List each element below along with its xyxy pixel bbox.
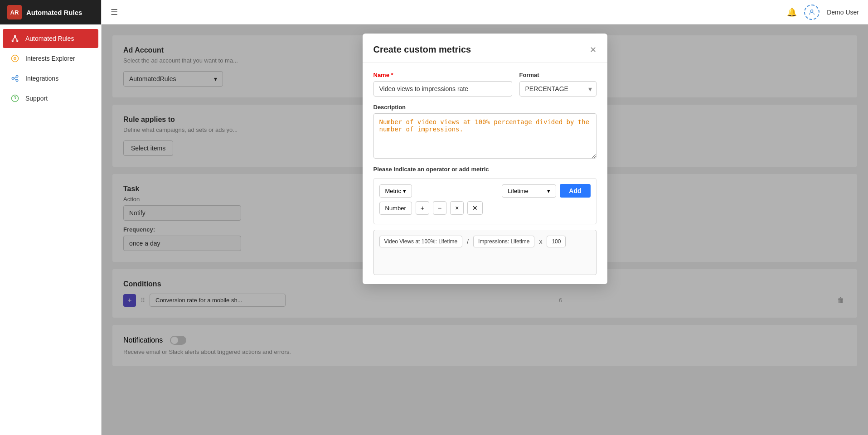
close-operator-button[interactable]: ✕ xyxy=(467,201,483,215)
modal-overlay: Create custom metrics ✕ Name * xyxy=(102,24,868,435)
description-label: Description xyxy=(373,104,596,111)
name-format-row: Name * Format PERCENTAGENUMBERCURRENCY xyxy=(373,72,596,97)
operator-row-2: Number + − × ✕ xyxy=(379,201,591,215)
svg-point-5 xyxy=(12,55,19,62)
description-group: Description Number of video views at 100… xyxy=(373,104,596,159)
formula-tag-1[interactable]: Video Views at 100%: Lifetime xyxy=(379,236,463,247)
name-label: Name * xyxy=(373,72,512,78)
sidebar-item-label: Support xyxy=(25,95,48,102)
modal-body: Name * Format PERCENTAGENUMBERCURRENCY xyxy=(363,63,607,284)
sidebar-item-support[interactable]: Support xyxy=(3,89,98,108)
svg-point-1 xyxy=(12,40,13,42)
sidebar-item-label: Automated Rules xyxy=(25,35,74,42)
svg-point-2 xyxy=(17,40,18,42)
svg-point-14 xyxy=(811,10,813,12)
name-group: Name * xyxy=(373,72,512,97)
metric-dropdown-button[interactable]: Metric ▾ xyxy=(379,184,412,198)
format-select[interactable]: PERCENTAGENUMBERCURRENCY xyxy=(519,81,596,97)
operator-row-1: Metric ▾ Lifetime ▾ Add xyxy=(379,184,591,198)
top-bar-right: 🔔 Demo User xyxy=(787,5,859,20)
app-logo: AR xyxy=(7,5,22,19)
svg-point-7 xyxy=(12,77,14,80)
automated-rules-icon xyxy=(10,34,20,44)
plus-operator-button[interactable]: + xyxy=(416,201,429,215)
support-icon xyxy=(10,93,20,103)
modal-header: Create custom metrics ✕ xyxy=(363,34,607,63)
formula-op-1: / xyxy=(465,237,470,246)
lifetime-select[interactable]: Lifetime ▾ xyxy=(502,184,556,198)
avatar xyxy=(804,5,820,20)
sidebar-item-automated-rules[interactable]: Automated Rules xyxy=(3,29,98,48)
sidebar-item-integrations[interactable]: Integrations xyxy=(3,69,98,88)
sidebar: AR Automated Rules Automated Rules Inter… xyxy=(0,0,102,435)
operator-controls: Metric ▾ Lifetime ▾ Add xyxy=(373,178,596,224)
operator-section-title: Please indicate an operator or add metri… xyxy=(373,166,596,173)
formula-row: Video Views at 100%: Lifetime / Impressi… xyxy=(379,236,591,247)
lifetime-chevron-icon: ▾ xyxy=(547,188,550,194)
formula-num[interactable]: 100 xyxy=(547,236,566,247)
modal-title: Create custom metrics xyxy=(373,44,471,55)
sidebar-item-interests-explorer[interactable]: Interests Explorer xyxy=(3,49,98,68)
formula-op-2: x xyxy=(537,237,544,246)
interests-icon xyxy=(10,53,20,63)
svg-line-4 xyxy=(15,37,17,40)
metric-chevron-icon: ▾ xyxy=(403,188,406,194)
formula-tag-2[interactable]: Impressions: Lifetime xyxy=(473,236,534,247)
user-name: Demo User xyxy=(827,9,859,16)
main-content: ☰ 🔔 Demo User Ad Account Select the ad a… xyxy=(102,0,868,435)
top-bar-left: ☰ xyxy=(111,7,118,17)
format-select-wrapper: PERCENTAGENUMBERCURRENCY xyxy=(519,81,596,97)
create-custom-metrics-modal: Create custom metrics ✕ Name * xyxy=(363,34,607,284)
format-label: Format xyxy=(519,72,596,78)
sidebar-item-label: Interests Explorer xyxy=(25,55,75,62)
integrations-icon xyxy=(10,73,20,83)
page-body: Ad Account Select the ad account that yo… xyxy=(102,24,868,435)
add-metric-button[interactable]: Add xyxy=(560,184,590,198)
minus-operator-button[interactable]: − xyxy=(433,201,446,215)
svg-line-3 xyxy=(13,37,15,40)
notification-bell-icon[interactable]: 🔔 xyxy=(787,7,797,17)
sidebar-item-label: Integrations xyxy=(25,75,58,82)
formula-area: Video Views at 100%: Lifetime / Impressi… xyxy=(373,230,596,275)
multiply-operator-button[interactable]: × xyxy=(450,201,464,215)
hamburger-icon[interactable]: ☰ xyxy=(111,7,118,17)
svg-point-6 xyxy=(14,58,16,60)
top-bar: ☰ 🔔 Demo User xyxy=(102,0,868,24)
svg-point-9 xyxy=(16,79,18,82)
svg-point-0 xyxy=(15,35,16,37)
modal-close-button[interactable]: ✕ xyxy=(590,45,596,55)
sidebar-nav: Automated Rules Interests Explorer Integ… xyxy=(0,24,101,435)
name-input[interactable] xyxy=(373,81,512,97)
sidebar-header: AR Automated Rules xyxy=(0,0,101,24)
svg-line-11 xyxy=(14,78,16,80)
number-button[interactable]: Number xyxy=(379,202,412,215)
app-title: Automated Rules xyxy=(26,9,82,16)
description-textarea[interactable]: Number of video views at 100% percentage… xyxy=(373,113,596,159)
format-group: Format PERCENTAGENUMBERCURRENCY xyxy=(519,72,596,97)
svg-point-8 xyxy=(16,75,18,77)
